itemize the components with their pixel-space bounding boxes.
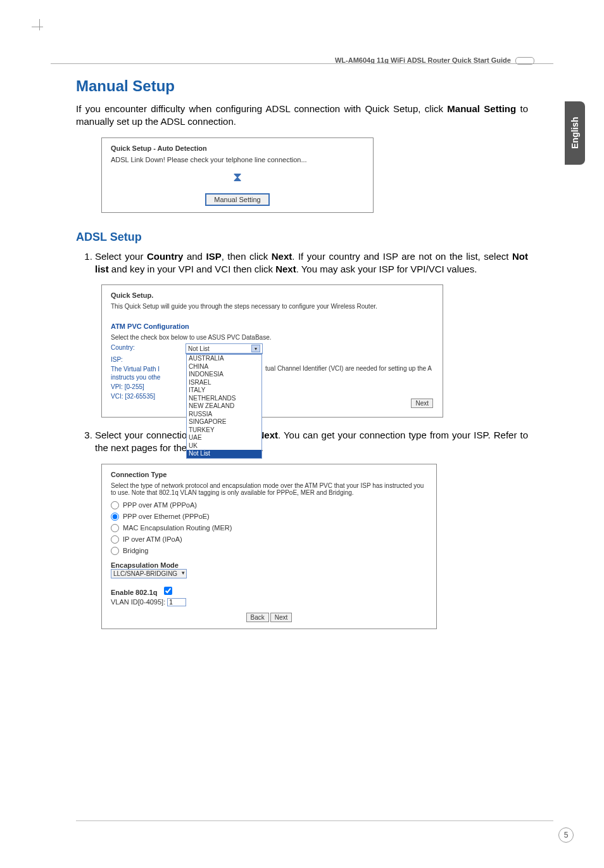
dropdown-option[interactable]: ITALY (187, 386, 261, 395)
dropdown-option[interactable]: ISRAEL (187, 379, 261, 387)
label-bridging: Bridging (123, 547, 148, 554)
section-title: Manual Setup (76, 77, 528, 95)
shot2-title: Quick Setup. (111, 291, 434, 299)
dropdown-option[interactable]: SINGAPORE (187, 418, 261, 426)
dropdown-option[interactable]: Not List (187, 450, 261, 458)
s1-t6: . You may ask your ISP for VPI/VCI value… (296, 264, 477, 274)
label-ipoa: IP over ATM (IPoA) (123, 535, 182, 543)
dropdown-option[interactable]: UAE (187, 434, 261, 442)
dropdown-list[interactable]: AUSTRALIACHINAINDONESIAISRAELITALYNETHER… (186, 354, 262, 459)
vlan-id-label: VLAN ID[0-4095]: (111, 598, 165, 606)
shot2-desc: This Quick Setup will guide you through … (111, 303, 434, 310)
screenshot-auto-detection: Quick Setup - Auto Detection ADSL Link D… (101, 137, 374, 213)
dropdown-selected: Not List (188, 345, 210, 352)
chevron-down-icon: ▾ (251, 345, 260, 352)
manual-setting-button[interactable]: Manual Setting (205, 193, 269, 206)
back-button[interactable]: Back (246, 613, 269, 622)
atm-pvc-desc: Select the check box below to use ASUS P… (111, 334, 434, 341)
s1-b2: ISP (206, 251, 221, 262)
enable-8021q-checkbox[interactable] (164, 587, 172, 595)
header-divider (51, 63, 553, 64)
encap-mode-select[interactable]: LLC/SNAP-BRIDGING (111, 569, 187, 578)
label-country: Country: (111, 343, 180, 352)
screenshot-connection-type: Connection Type Select the type of netwo… (101, 464, 437, 629)
s1-b5: Next (275, 264, 296, 274)
s1-t1: Select your (95, 251, 147, 262)
label-pppoe: PPP over Ethernet (PPPoE) (123, 513, 210, 520)
radio-bridging[interactable] (111, 547, 119, 555)
page-number: 5 (558, 827, 574, 843)
screenshot-quick-setup: Quick Setup. This Quick Setup will guide… (101, 284, 443, 418)
s1-b1: Country (147, 251, 184, 262)
atm-pvc-title: ATM PVC Configuration (111, 322, 434, 330)
language-tab: English (565, 101, 585, 165)
dropdown-option[interactable]: UK (187, 442, 261, 450)
shot3-desc: Select the type of network protocol and … (111, 482, 427, 496)
vlan-id-input[interactable] (167, 598, 186, 606)
intro-bold: Manual Setting (447, 103, 516, 114)
dropdown-option[interactable]: RUSSIA (187, 411, 261, 419)
intro-text-1: If you encounter difficulty when configu… (76, 103, 447, 114)
crop-mark (32, 19, 47, 34)
country-dropdown[interactable]: Not List ▾ AUSTRALIACHINAINDONESIAISRAEL… (186, 343, 263, 354)
label-vci: VCI: [32-65535] (111, 392, 180, 400)
dropdown-option[interactable]: AUSTRALIA (187, 355, 261, 363)
dropdown-option[interactable]: NETHERLANDS (187, 395, 261, 403)
next-button-shot2[interactable]: Next (411, 399, 433, 408)
encap-title: Encapsulation Mode (111, 561, 427, 569)
s1-t3: , then click (222, 251, 272, 262)
vp-text-left: The Virtual Path I instructs you othe (111, 365, 180, 381)
label-pppoa: PPP over ATM (PPPoA) (123, 501, 197, 509)
step-1: Select your Country and ISP, then click … (95, 250, 528, 276)
shot3-title: Connection Type (111, 471, 427, 478)
dropdown-option[interactable]: CHINA (187, 363, 261, 371)
shot1-title: Quick Setup - Auto Detection (111, 144, 364, 152)
next-button-shot3[interactable]: Next (270, 613, 293, 622)
s1-b3: Next (272, 251, 293, 262)
footer-divider (76, 820, 553, 821)
s1-t5: and key in your VPI and VCI then click (109, 264, 275, 274)
adsl-setup-title: ADSL Setup (76, 231, 528, 244)
label-vpi: VPI: [0-255] (111, 383, 180, 391)
step-3: Select your connection type and click Ne… (95, 429, 528, 455)
s1-t2: and (183, 251, 206, 262)
s1-t4: . If your country and ISP are not on the… (292, 251, 512, 262)
label-mer: MAC Encapsulation Routing (MER) (123, 524, 232, 532)
dropdown-option[interactable]: NEW ZEALAND (187, 402, 261, 411)
dropdown-option[interactable]: TURKEY (187, 426, 261, 435)
enable-8021q-label: Enable 802.1q (111, 589, 157, 596)
radio-ipoa[interactable] (111, 535, 119, 544)
radio-mer[interactable] (111, 524, 119, 532)
label-isp: ISP: (111, 355, 180, 364)
radio-pppoe[interactable] (111, 513, 119, 521)
dropdown-option[interactable]: INDONESIA (187, 371, 261, 379)
radio-pppoa[interactable] (111, 501, 119, 509)
shot1-message: ADSL Link Down! Please check your telpho… (111, 156, 364, 163)
encap-value: LLC/SNAP-BRIDGING (113, 570, 177, 577)
intro-paragraph: If you encounter difficulty when configu… (76, 103, 528, 129)
hourglass-icon: ⧗ (111, 170, 364, 184)
